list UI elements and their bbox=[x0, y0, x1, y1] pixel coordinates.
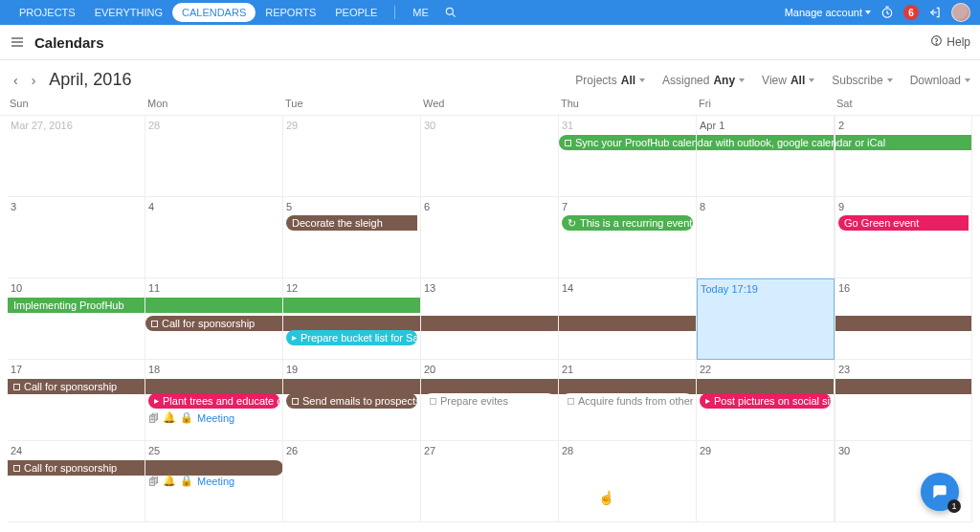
day-cell[interactable]: 25 🗐 🔔 🔒 Meeting bbox=[145, 441, 283, 522]
day-cell[interactable]: Mar 27, 2016 bbox=[8, 116, 145, 197]
day-cell[interactable]: Apr 1 bbox=[697, 116, 835, 197]
avatar[interactable] bbox=[951, 3, 970, 22]
day-number: 28 bbox=[148, 120, 279, 131]
event-plant[interactable]: ▸ Plant trees and educate c... bbox=[148, 393, 279, 409]
event-label: Go Green event bbox=[844, 215, 919, 231]
day-cell[interactable]: 8 bbox=[697, 197, 835, 278]
nav-me[interactable]: ME bbox=[403, 3, 438, 22]
day-number: 12 bbox=[286, 282, 417, 294]
day-cell[interactable]: 9 Go Green event bbox=[835, 197, 972, 278]
chevron-down-icon bbox=[965, 78, 970, 82]
day-cell[interactable]: 10 bbox=[8, 278, 145, 360]
subscribe-menu[interactable]: Subscribe bbox=[832, 74, 892, 87]
prev-month-button[interactable]: ‹ bbox=[10, 71, 22, 90]
event-meeting[interactable]: 🗐 🔔 🔒 Meeting bbox=[148, 411, 279, 424]
calendar-filters: Projects All Assigned Any View All Subsc… bbox=[575, 74, 970, 87]
dow-thu: Thu bbox=[559, 98, 697, 115]
event-label: Send emails to prospects bbox=[302, 393, 417, 409]
day-number: 21 bbox=[562, 364, 693, 375]
day-cell[interactable]: 21 Acquire funds from other ... bbox=[559, 360, 697, 441]
event-label: Decorate the sleigh bbox=[292, 215, 383, 231]
day-cell[interactable]: 29 bbox=[283, 116, 421, 197]
day-cell[interactable]: 3 bbox=[8, 197, 145, 278]
chat-fab[interactable]: 1 bbox=[921, 473, 959, 511]
day-cell[interactable]: 5 Decorate the sleigh bbox=[283, 197, 421, 278]
day-cell[interactable]: 7 ↻ This is a recurring event bbox=[559, 197, 697, 278]
event-bucket[interactable]: ▸ Prepare bucket list for Sa... bbox=[286, 330, 417, 345]
day-number: Apr 1 bbox=[700, 120, 831, 131]
event-postpics[interactable]: ▸ Post pictures on social sit... bbox=[700, 393, 831, 409]
day-cell[interactable]: 13 bbox=[421, 278, 559, 360]
lock-icon: 🔒 bbox=[180, 475, 193, 487]
page-title: Calendars bbox=[34, 34, 104, 51]
nav-people[interactable]: PEOPLE bbox=[325, 3, 387, 22]
day-cell[interactable]: 12 ▸ Prepare bucket list for Sa... bbox=[283, 278, 421, 360]
day-number: 6 bbox=[424, 201, 555, 212]
nav-calendars[interactable]: CALENDARS bbox=[172, 3, 256, 22]
svg-line-1 bbox=[452, 14, 455, 17]
day-cell[interactable]: 14 bbox=[559, 278, 697, 360]
download-label: Download bbox=[910, 74, 961, 87]
day-cell[interactable]: 18 ▸ Plant trees and educate c... 🗐 🔔 🔒 … bbox=[145, 360, 283, 441]
filter-view[interactable]: View All bbox=[762, 74, 814, 87]
event-recurring[interactable]: ↻ This is a recurring event bbox=[562, 215, 693, 231]
day-cell[interactable]: 16 bbox=[835, 278, 972, 360]
day-number: 2 bbox=[838, 120, 969, 131]
day-cell[interactable]: 4 bbox=[145, 197, 283, 278]
day-cell[interactable]: 26 bbox=[283, 441, 421, 522]
page-header: Calendars Help bbox=[0, 25, 980, 60]
nav-everything[interactable]: EVERYTHING bbox=[85, 3, 172, 22]
timer-icon[interactable] bbox=[880, 6, 894, 19]
day-number: 23 bbox=[838, 364, 969, 375]
today-label: Today 17:19 bbox=[701, 283, 831, 295]
manage-account-menu[interactable]: Manage account bbox=[785, 7, 871, 18]
filter-assigned-value: Any bbox=[713, 74, 735, 87]
day-cell[interactable]: 27 bbox=[421, 441, 559, 522]
day-cell[interactable]: 28 bbox=[145, 116, 283, 197]
day-cell-today[interactable]: Today 17:19 bbox=[697, 278, 835, 360]
filter-assigned[interactable]: Assigned Any bbox=[662, 74, 745, 87]
nav-projects[interactable]: PROJECTS bbox=[10, 3, 85, 22]
day-cell[interactable]: 23 bbox=[835, 360, 972, 441]
bell-icon: 🔔 bbox=[163, 411, 176, 424]
day-cell[interactable]: 22 ▸ Post pictures on social sit... bbox=[697, 360, 835, 441]
day-number: 20 bbox=[424, 364, 555, 375]
day-cell[interactable]: 6 bbox=[421, 197, 559, 278]
event-evites[interactable]: Prepare evites bbox=[424, 393, 555, 409]
notification-badge[interactable]: 6 bbox=[903, 5, 919, 20]
bell-icon: 🔔 bbox=[163, 475, 176, 487]
download-menu[interactable]: Download bbox=[910, 74, 970, 87]
day-number: 10 bbox=[11, 282, 142, 294]
day-number: 9 bbox=[838, 201, 969, 212]
month-nav: ‹ › bbox=[10, 71, 39, 90]
filter-assigned-label: Assigned bbox=[662, 74, 709, 87]
menu-icon[interactable] bbox=[10, 34, 25, 50]
event-meeting[interactable]: 🗐 🔔 🔒 Meeting bbox=[148, 475, 279, 487]
day-cell[interactable]: 24 bbox=[8, 441, 145, 522]
day-cell[interactable]: 30 bbox=[421, 116, 559, 197]
day-cell[interactable]: 2 bbox=[835, 116, 972, 197]
help-link[interactable]: Help bbox=[930, 34, 970, 50]
day-number: 19 bbox=[286, 364, 417, 375]
search-icon[interactable] bbox=[438, 2, 463, 23]
logout-icon[interactable] bbox=[928, 6, 942, 19]
event-go-green[interactable]: Go Green event bbox=[838, 215, 969, 231]
day-number: 25 bbox=[148, 445, 279, 456]
nav-reports[interactable]: REPORTS bbox=[256, 3, 325, 22]
day-cell[interactable]: 17 bbox=[8, 360, 145, 441]
next-month-button[interactable]: › bbox=[28, 71, 40, 90]
day-number: 27 bbox=[424, 445, 555, 456]
dow-tue: Tue bbox=[283, 98, 421, 115]
day-cell[interactable]: 19 Send emails to prospects bbox=[283, 360, 421, 441]
event-funds[interactable]: Acquire funds from other ... bbox=[562, 393, 693, 409]
day-cell[interactable]: 11 bbox=[145, 278, 283, 360]
day-number: 26 bbox=[286, 445, 417, 456]
event-emails[interactable]: Send emails to prospects bbox=[286, 393, 417, 409]
event-decorate[interactable]: Decorate the sleigh bbox=[286, 215, 417, 231]
day-cell[interactable]: 28 bbox=[559, 441, 697, 522]
filter-projects[interactable]: Projects All bbox=[575, 74, 645, 87]
day-number: 11 bbox=[148, 282, 279, 294]
day-cell[interactable]: 29 bbox=[697, 441, 835, 522]
day-cell[interactable]: 31 bbox=[559, 116, 697, 197]
day-cell[interactable]: 20 Prepare evites bbox=[421, 360, 559, 441]
